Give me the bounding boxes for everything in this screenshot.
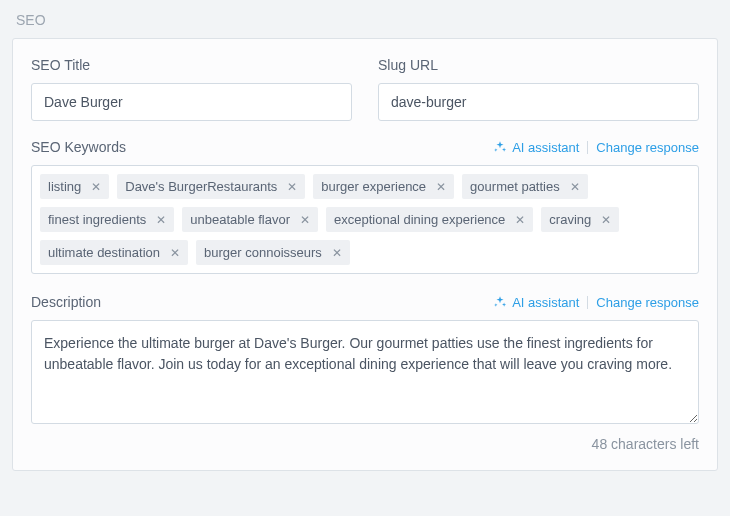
remove-tag-icon[interactable]: ✕: [332, 247, 342, 259]
ai-assistant-keywords-label: AI assistant: [512, 140, 579, 155]
panel-title: SEO: [16, 12, 718, 28]
ai-assistant-keywords-button[interactable]: AI assistant: [493, 140, 579, 155]
keywords-header: SEO Keywords AI assistant Change respons…: [31, 139, 699, 155]
keyword-tag-label: gourmet patties: [470, 179, 560, 194]
slug-url-label: Slug URL: [378, 57, 699, 73]
keyword-tag-label: finest ingredients: [48, 212, 146, 227]
change-response-description-label: Change response: [596, 295, 699, 310]
remove-tag-icon[interactable]: ✕: [170, 247, 180, 259]
keyword-tag-label: craving: [549, 212, 591, 227]
description-textarea[interactable]: [31, 320, 699, 424]
change-response-keywords-label: Change response: [596, 140, 699, 155]
keyword-tag: burger experience✕: [313, 174, 454, 199]
keyword-tag: ultimate destination✕: [40, 240, 188, 265]
remove-tag-icon[interactable]: ✕: [300, 214, 310, 226]
description-charcount: 48 characters left: [31, 436, 699, 452]
seo-title-input[interactable]: [31, 83, 352, 121]
keyword-tag-label: listing: [48, 179, 81, 194]
sparkle-icon: [493, 295, 507, 309]
seo-title-label: SEO Title: [31, 57, 352, 73]
ai-assistant-description-label: AI assistant: [512, 295, 579, 310]
slug-url-input[interactable]: [378, 83, 699, 121]
keyword-tag: unbeatable flavor✕: [182, 207, 318, 232]
description-header: Description AI assistant Change response: [31, 294, 699, 310]
keyword-tag-label: Dave's BurgerRestaurants: [125, 179, 277, 194]
remove-tag-icon[interactable]: ✕: [287, 181, 297, 193]
keyword-tag: Dave's BurgerRestaurants✕: [117, 174, 305, 199]
keyword-tag: listing✕: [40, 174, 109, 199]
separator: [587, 141, 588, 154]
keyword-tag: finest ingredients✕: [40, 207, 174, 232]
keyword-tag: exceptional dining experience✕: [326, 207, 533, 232]
keywords-input[interactable]: listing✕Dave's BurgerRestaurants✕burger …: [31, 165, 699, 274]
keyword-tag-label: unbeatable flavor: [190, 212, 290, 227]
keyword-tag: gourmet patties✕: [462, 174, 588, 199]
remove-tag-icon[interactable]: ✕: [436, 181, 446, 193]
slug-url-field: Slug URL: [378, 57, 699, 121]
top-row: SEO Title Slug URL: [31, 57, 699, 121]
keywords-actions: AI assistant Change response: [493, 140, 699, 155]
remove-tag-icon[interactable]: ✕: [515, 214, 525, 226]
separator: [587, 296, 588, 309]
seo-title-field: SEO Title: [31, 57, 352, 121]
ai-assistant-description-button[interactable]: AI assistant: [493, 295, 579, 310]
change-response-description-button[interactable]: Change response: [596, 295, 699, 310]
keyword-tag: craving✕: [541, 207, 619, 232]
keyword-tag-label: burger experience: [321, 179, 426, 194]
keyword-tag-label: exceptional dining experience: [334, 212, 505, 227]
remove-tag-icon[interactable]: ✕: [156, 214, 166, 226]
description-label: Description: [31, 294, 101, 310]
seo-panel: SEO Title Slug URL SEO Keywords AI assis…: [12, 38, 718, 471]
description-actions: AI assistant Change response: [493, 295, 699, 310]
keyword-tag-label: burger connoisseurs: [204, 245, 322, 260]
change-response-keywords-button[interactable]: Change response: [596, 140, 699, 155]
remove-tag-icon[interactable]: ✕: [601, 214, 611, 226]
keywords-label: SEO Keywords: [31, 139, 126, 155]
sparkle-icon: [493, 140, 507, 154]
keyword-tag: burger connoisseurs✕: [196, 240, 350, 265]
keyword-tag-label: ultimate destination: [48, 245, 160, 260]
remove-tag-icon[interactable]: ✕: [91, 181, 101, 193]
remove-tag-icon[interactable]: ✕: [570, 181, 580, 193]
